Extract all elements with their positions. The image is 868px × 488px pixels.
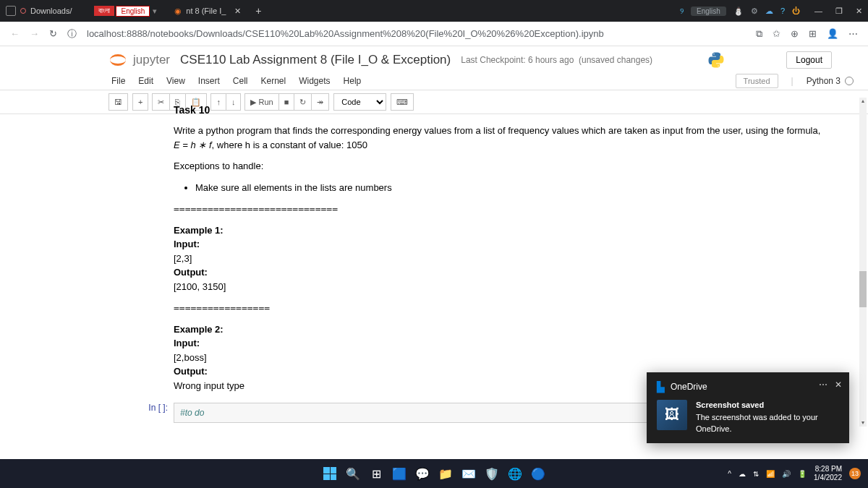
- lang-english[interactable]: English: [116, 6, 150, 17]
- toast-more-icon[interactable]: ⋯: [819, 380, 827, 390]
- tab-view-icon[interactable]: [6, 6, 16, 16]
- search-button[interactable]: 🔍: [344, 465, 362, 482]
- more-icon[interactable]: ⋯: [848, 28, 858, 39]
- site-info-icon[interactable]: ⓘ: [67, 27, 77, 40]
- chat-icon[interactable]: 💬: [414, 465, 431, 482]
- screenshot-thumbnail[interactable]: 🖼: [657, 400, 687, 430]
- menu-widgets[interactable]: Widgets: [299, 76, 330, 86]
- collections-icon[interactable]: ⊕: [791, 28, 799, 39]
- menu-help[interactable]: Help: [344, 76, 362, 86]
- menu-view[interactable]: View: [166, 76, 185, 86]
- maximize-button[interactable]: ❐: [835, 7, 843, 16]
- checkpoint-info: Last Checkpoint: 6 hours ago (unsaved ch…: [461, 55, 652, 65]
- ime-language[interactable]: English: [691, 7, 726, 16]
- mail-icon[interactable]: ✉️: [460, 465, 477, 482]
- separator: =============================: [174, 202, 845, 216]
- tray-sync-icon[interactable]: ⇅: [753, 470, 759, 478]
- toast-body: The screenshot was added to your OneDriv…: [696, 412, 839, 435]
- toast-close-icon[interactable]: ✕: [835, 380, 842, 390]
- jupyter-logo[interactable]: [109, 51, 127, 69]
- task-view-button[interactable]: ⊞: [367, 465, 385, 482]
- onedrive-icon: ▙: [657, 381, 665, 393]
- menu-insert[interactable]: Insert: [198, 76, 220, 86]
- separator: =================: [174, 301, 845, 315]
- widgets-button[interactable]: 🟦: [391, 465, 408, 482]
- explorer-icon[interactable]: 📁: [437, 465, 454, 482]
- scrollbar[interactable]: ▴ ▾: [859, 98, 867, 427]
- lang-bangla[interactable]: বাংলা: [94, 6, 114, 16]
- minimize-button[interactable]: —: [814, 7, 822, 16]
- back-button[interactable]: ←: [10, 28, 20, 39]
- scroll-down-icon[interactable]: ▾: [859, 419, 867, 427]
- menu-cell[interactable]: Cell: [233, 76, 248, 86]
- example1: Example 1: Input: [2,3] Output: [2100, 3…: [174, 223, 845, 294]
- ime-help-icon[interactable]: ?: [780, 7, 785, 15]
- cell-prompt: In [ ]:: [109, 403, 174, 423]
- kernel-indicator: [845, 77, 854, 85]
- notebook-title[interactable]: CSE110 Lab Assignment 8 (File I_O & Exce…: [180, 53, 451, 67]
- tray-onedrive-icon[interactable]: ☁: [739, 470, 746, 478]
- menu-file[interactable]: File: [111, 76, 125, 86]
- tray-wifi-icon[interactable]: 📶: [766, 470, 775, 478]
- onedrive-notification[interactable]: ⋯ ✕ ▙ OneDrive 🖼 Screenshot saved The sc…: [647, 372, 849, 443]
- scroll-up-icon[interactable]: ▴: [859, 98, 867, 105]
- start-button[interactable]: [321, 465, 339, 482]
- kernel-name[interactable]: Python 3: [807, 76, 854, 86]
- edge-icon[interactable]: 🌐: [506, 465, 524, 482]
- ime-user-icon[interactable]: ⛄: [733, 7, 744, 16]
- new-tab-button[interactable]: +: [255, 5, 261, 17]
- language-switcher[interactable]: বাংলা English ▾: [94, 6, 157, 17]
- menu-edit[interactable]: Edit: [138, 76, 153, 86]
- toast-title: Screenshot saved: [696, 400, 839, 411]
- translate-icon[interactable]: ⧉: [756, 28, 762, 40]
- tab-title: nt 8 (File I_: [186, 7, 226, 15]
- forward-button[interactable]: →: [30, 28, 39, 39]
- onedrive-brand: OneDrive: [671, 382, 707, 392]
- downloads-label[interactable]: Downloads/: [30, 7, 72, 15]
- favorite-icon[interactable]: ✩: [773, 28, 780, 39]
- ime-cloud-icon[interactable]: ☁: [765, 7, 773, 16]
- close-tab-icon[interactable]: ✕: [234, 7, 241, 16]
- jupyter-brand: jupyter: [133, 53, 170, 67]
- app-icon[interactable]: 🛡️: [483, 465, 501, 482]
- browser-tab[interactable]: ◉ nt 8 (File I_ ✕: [174, 7, 241, 16]
- refresh-button[interactable]: ↻: [49, 28, 57, 39]
- tray-volume-icon[interactable]: 🔊: [782, 470, 791, 478]
- profile-icon[interactable]: 👤: [827, 28, 838, 39]
- trusted-badge[interactable]: Trusted: [736, 74, 778, 88]
- ime-power-icon[interactable]: ⏻: [792, 7, 800, 15]
- windows-taskbar[interactable]: 🔍 ⊞ 🟦 💬 📁 ✉️ 🛡️ 🌐 🔵 ^ ☁ ⇅ 📶 🔊 🔋 8:28 PM …: [0, 459, 868, 488]
- ime-gear-icon[interactable]: ⚙: [751, 7, 758, 16]
- taskbar-clock[interactable]: 8:28 PM 1/4/2022: [814, 465, 842, 482]
- tray-battery-icon[interactable]: 🔋: [798, 470, 807, 478]
- logout-button[interactable]: Logout: [786, 51, 832, 69]
- record-icon: [20, 8, 26, 14]
- close-window-button[interactable]: ✕: [856, 7, 862, 16]
- task10-exception-item: Make sure all elements in the lists are …: [195, 181, 845, 195]
- chrome-icon[interactable]: 🔵: [529, 465, 547, 482]
- extensions-icon[interactable]: ⊞: [809, 28, 817, 39]
- menu-kernel[interactable]: Kernel: [261, 76, 286, 86]
- task10-exceptions-label: Exceptions to handle:: [174, 159, 845, 174]
- tray-chevron-icon[interactable]: ^: [728, 470, 731, 478]
- task10-heading: Task 10: [174, 103, 845, 118]
- task10-description: Write a python program that finds the co…: [174, 124, 845, 152]
- notification-badge[interactable]: 13: [849, 468, 861, 479]
- scroll-thumb[interactable]: [859, 271, 867, 307]
- address-url[interactable]: localhost:8888/notebooks/Downloads/CSE11…: [87, 28, 746, 39]
- python-logo: [707, 51, 725, 69]
